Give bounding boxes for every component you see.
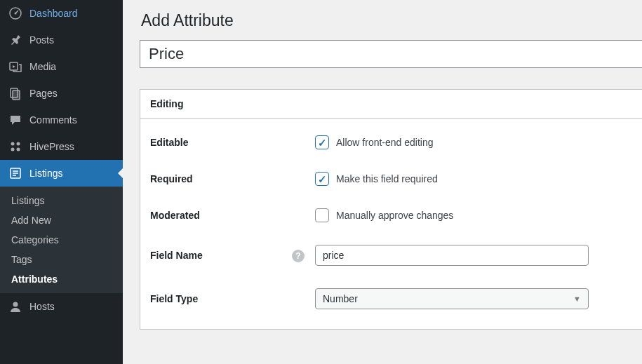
field-label-moderated: Moderated	[150, 210, 315, 221]
required-checkbox[interactable]	[315, 172, 329, 186]
svg-point-8	[11, 148, 15, 151]
editing-panel: Editing Editable Allow front-end editing…	[140, 89, 642, 330]
sidebar-item-media[interactable]: Media	[0, 53, 123, 80]
moderated-checkbox[interactable]	[315, 208, 329, 222]
svg-point-9	[17, 148, 20, 151]
sidebar-item-listings[interactable]: Listings	[0, 160, 123, 187]
sidebar-item-comments[interactable]: Comments	[0, 107, 123, 133]
svg-text:?: ?	[295, 251, 300, 261]
editable-checkbox-label[interactable]: Allow front-end editing	[336, 137, 434, 148]
sidebar-item-label: Pages	[29, 88, 58, 99]
sidebar-item-label: HivePress	[29, 141, 74, 152]
sidebar-item-label: Posts	[29, 34, 54, 46]
svg-point-11	[13, 302, 18, 307]
svg-point-7	[17, 142, 20, 146]
hosts-icon	[8, 299, 22, 314]
page-title: Add Attribute	[140, 11, 642, 30]
submenu-item-tags[interactable]: Tags	[0, 250, 123, 269]
help-icon[interactable]: ?	[291, 249, 304, 262]
field-label-required: Required	[150, 173, 315, 184]
sidebar-item-hivepress[interactable]: HivePress	[0, 133, 123, 160]
submenu-item-attributes[interactable]: Attributes	[0, 269, 123, 289]
svg-rect-4	[13, 90, 20, 100]
sidebar-item-hosts[interactable]: Hosts	[0, 293, 123, 320]
attribute-title-wrap	[140, 40, 642, 68]
required-checkbox-label[interactable]: Make this field required	[336, 173, 438, 184]
moderated-checkbox-label[interactable]: Manually approve changes	[336, 210, 453, 221]
editable-checkbox[interactable]	[315, 135, 329, 149]
admin-sidebar: Dashboard Posts Media Pages Comments	[0, 0, 123, 364]
pin-icon	[8, 33, 22, 47]
media-icon	[8, 60, 22, 74]
chevron-down-icon: ▼	[573, 295, 581, 303]
comments-icon	[8, 113, 22, 127]
field-name-input[interactable]	[315, 245, 589, 266]
listings-icon	[8, 166, 22, 180]
field-row-editable: Editable Allow front-end editing	[150, 124, 636, 161]
field-row-required: Required Make this field required	[150, 161, 636, 197]
pages-icon	[8, 86, 22, 100]
sidebar-item-dashboard[interactable]: Dashboard	[0, 0, 123, 27]
sidebar-item-label: Comments	[29, 114, 77, 126]
field-row-field-type: Field Type Number ▼	[150, 277, 636, 321]
field-name-label-text: Field Name	[150, 250, 203, 261]
dashboard-icon	[8, 6, 22, 20]
sidebar-item-label: Listings	[29, 168, 62, 179]
field-label-field-type: Field Type	[150, 293, 315, 304]
hivepress-icon	[8, 140, 22, 154]
field-row-field-name: Field Name ?	[150, 234, 636, 277]
sidebar-item-label: Dashboard	[29, 8, 78, 19]
sidebar-item-pages[interactable]: Pages	[0, 80, 123, 107]
main-content: Add Attribute Editing Editable Allow fro…	[123, 0, 642, 364]
attribute-title-input[interactable]	[140, 40, 642, 68]
svg-point-1	[15, 13, 17, 15]
field-type-select[interactable]: Number ▼	[315, 288, 589, 309]
submenu-item-add-new[interactable]: Add New	[0, 210, 123, 230]
field-row-moderated: Moderated Manually approve changes	[150, 197, 636, 234]
editing-panel-title: Editing	[140, 90, 642, 119]
field-label-field-name: Field Name ?	[150, 249, 315, 262]
submenu-item-categories[interactable]: Categories	[0, 230, 123, 250]
field-label-editable: Editable	[150, 137, 315, 148]
sidebar-item-label: Hosts	[29, 301, 55, 312]
sidebar-item-label: Media	[29, 61, 56, 72]
sidebar-submenu: Listings Add New Categories Tags Attribu…	[0, 187, 123, 293]
svg-point-6	[11, 142, 15, 146]
sidebar-item-posts[interactable]: Posts	[0, 27, 123, 53]
field-type-selected-value: Number	[323, 293, 358, 304]
submenu-item-listings[interactable]: Listings	[0, 191, 123, 210]
